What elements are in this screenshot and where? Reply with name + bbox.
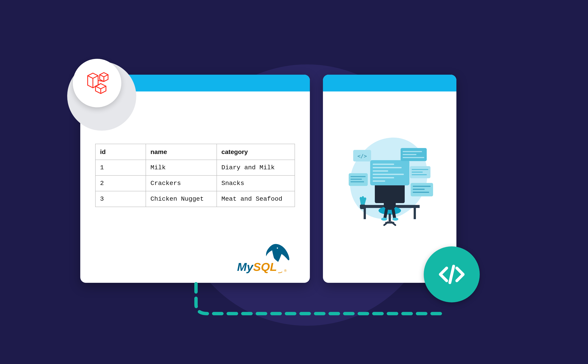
table-row: 3 Chicken Nugget Meat and Seafood: [95, 191, 295, 207]
svg-rect-4: [364, 208, 366, 219]
products-table: id name category 1 Milk Diary and Milk 2…: [95, 144, 295, 207]
card-header-bar: [323, 75, 456, 91]
svg-rect-5: [414, 208, 416, 219]
developer-illustration: </>: [337, 130, 442, 236]
col-category: category: [217, 144, 295, 160]
table-row: 2 Crackers Snacks: [95, 176, 295, 191]
svg-point-14: [392, 218, 398, 221]
laravel-logo-badge: [73, 59, 121, 107]
svg-rect-6: [360, 205, 365, 209]
col-name: name: [146, 144, 217, 160]
svg-point-13: [381, 218, 387, 221]
svg-rect-11: [389, 214, 391, 222]
svg-text:MySQL: MySQL: [237, 260, 277, 273]
svg-line-40: [450, 266, 454, 283]
table-row: 1 Milk Diary and Milk: [95, 160, 295, 176]
svg-text:</>: </>: [357, 153, 367, 159]
mysql-logo: MySQL ®: [233, 243, 297, 276]
col-id: id: [95, 144, 146, 160]
svg-text:®: ®: [284, 269, 286, 273]
svg-point-0: [277, 247, 278, 249]
table-header-row: id name category: [95, 144, 295, 160]
code-icon-badge: [424, 247, 480, 302]
